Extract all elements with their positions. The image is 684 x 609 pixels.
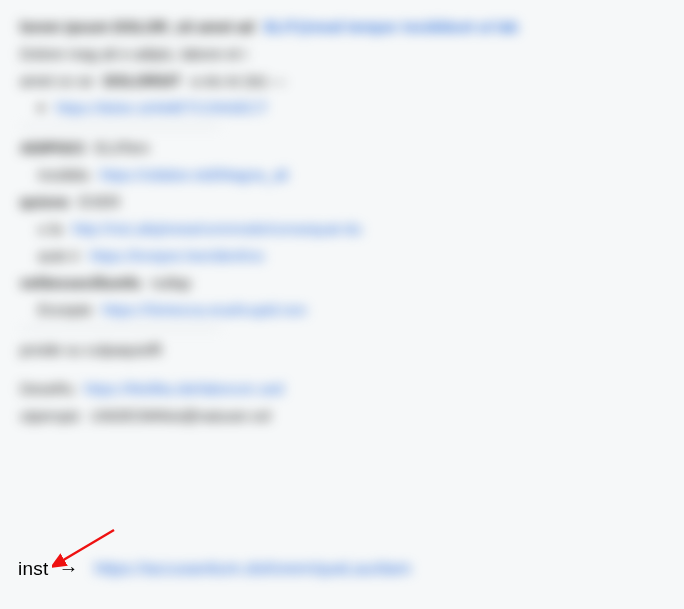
header-line-3: amet co se DOLORSIT a eiu te (te) — xyxy=(20,72,664,89)
s1-row2-link[interactable]: https://utlabor.etd/Magna_ali xyxy=(100,166,288,183)
s1-row5: aute ir https://inrepre.hen/derit/vo xyxy=(20,247,664,264)
inst-link[interactable]: https://accusantium.dol/orem/queLau/dam xyxy=(94,559,411,579)
s1-row7: Excepte https://Sintocca.eca/tcupid.non xyxy=(20,301,664,318)
s1-row3-b: EXER xyxy=(79,193,120,210)
s1-row6-b: nullap xyxy=(151,274,191,291)
header-text-3a: amet co se xyxy=(20,72,93,89)
s3-row1-label: DeseRu xyxy=(20,380,74,397)
s2-line: proide su culpaquioffi xyxy=(20,341,664,358)
s1-row4-link[interactable]: http://nisi.aliq/exea/commodo/consequat-… xyxy=(72,220,361,237)
s1-row4-label: u la xyxy=(38,220,62,237)
s1-row7-link[interactable]: https://Sintocca.eca/tcupid.non xyxy=(102,301,306,318)
s3-row1-link[interactable]: https://Mollita.ide/laborum.sed xyxy=(84,380,283,397)
s1-row7-label: Excepte xyxy=(38,301,92,318)
s1-row4: u la http://nisi.aliq/exea/commodo/conse… xyxy=(20,220,664,237)
s1-row2-label: Incididu xyxy=(38,166,90,183)
s1-row6-a: velitessecillumfu xyxy=(20,274,141,291)
s1-row2: Incididu https://utlabor.etd/Magna_ali xyxy=(20,166,664,183)
s3-row2-label: utperspic xyxy=(20,407,81,424)
bullet-icon xyxy=(38,105,44,111)
s1-row1: ADIPISCI ELitTem xyxy=(20,139,664,156)
s1-row1-a: ADIPISCI xyxy=(20,139,85,156)
s2-text: proide su culpaquioffi xyxy=(20,341,162,358)
header-text-3b: DOLORSIT xyxy=(103,72,181,89)
s3-row2-link: UNDEOMNisi@natuser.vol xyxy=(91,407,270,424)
s1-row3-a: quisno xyxy=(20,193,69,210)
s1-row1-b: ELitTem xyxy=(95,139,149,156)
s3-row1: DeseRu https://Mollita.ide/laborum.sed xyxy=(20,380,664,397)
s3-row2: utperspic UNDEOMNisi@natuser.vol xyxy=(20,407,664,424)
header-line-2: Dolore mag ali e adipis, labore et i xyxy=(20,45,664,62)
inst-label: inst xyxy=(18,558,48,580)
inst-row: inst → https://accusantium.dol/orem/queL… xyxy=(18,557,411,580)
s1-row5-label: aute ir xyxy=(38,247,80,264)
header-text-1a: lorem ipsum DOLOR_sit amet ad xyxy=(20,18,254,35)
header-link-1b[interactable]: ELIT@mod tempor incididunt ut lab xyxy=(264,18,518,35)
separator-2 xyxy=(20,328,220,329)
header-line-1: lorem ipsum DOLOR_sit amet ad ELIT@mod t… xyxy=(20,18,664,35)
separator-1 xyxy=(20,126,220,127)
s1-row5-link[interactable]: https://inrepre.hen/derit/vo xyxy=(90,247,264,264)
s1-row6: velitessecillumfu nullap xyxy=(20,274,664,291)
bullet-link[interactable]: https://dolor.si/AMETCONSECT xyxy=(56,99,268,116)
bullet-row: https://dolor.si/AMETCONSECT xyxy=(20,99,664,116)
s1-row3: quisno EXER xyxy=(20,193,664,210)
header-text-2: Dolore mag ali e adipis, labore et i xyxy=(20,45,247,62)
header-text-3c: a eiu te (te) — xyxy=(191,72,286,89)
arrow-right-icon: → xyxy=(58,557,78,580)
